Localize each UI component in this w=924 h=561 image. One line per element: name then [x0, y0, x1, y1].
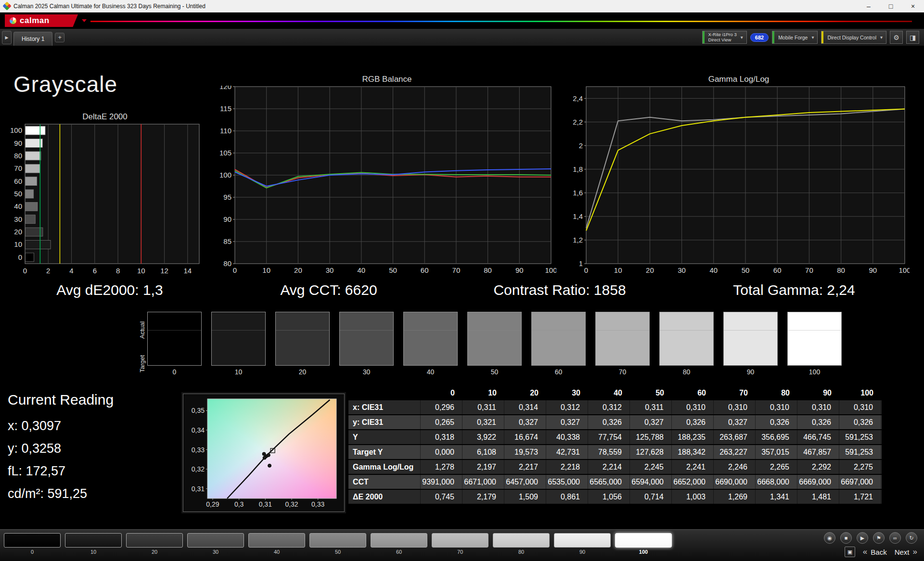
pattern-patch-10[interactable]: 10 — [65, 533, 122, 555]
pattern-patch-80[interactable]: 80 — [493, 533, 550, 555]
play-button[interactable]: ▶ — [857, 532, 868, 544]
calman-pinwheel-icon — [10, 17, 16, 24]
pattern-patch-50[interactable]: 50 — [309, 533, 366, 555]
table-cell: 0,326 — [588, 415, 630, 429]
pattern-patch-90[interactable]: 90 — [554, 533, 611, 555]
swatch-level-label: 50 — [467, 368, 522, 376]
table-row: ΔE 20000,7452,1791,5090,8611,0560,7141,0… — [348, 490, 882, 504]
table-cell: 2,275 — [839, 460, 881, 474]
maximize-button[interactable]: □ — [880, 0, 902, 12]
measurement-point — [263, 456, 266, 459]
grayscale-swatch-column: 90 — [723, 312, 778, 376]
axis-tick-label: 2,4 — [573, 94, 583, 102]
layout-panel-button[interactable]: ◨ — [906, 31, 919, 44]
display-control-select[interactable]: Direct Display Control ▾ — [821, 31, 886, 44]
table-cell: 1,481 — [797, 490, 839, 504]
display-accent-bar — [821, 31, 823, 43]
reading-fl: fL: 172,57 — [8, 464, 114, 486]
target-row-label: Target — [139, 355, 146, 372]
table-cell: 2,218 — [546, 460, 588, 474]
meter-select[interactable]: X-Rite i1Pro 3 Direct View ▾ — [702, 31, 747, 44]
measurement-point — [268, 464, 271, 467]
axis-tick-label: 80 — [484, 266, 492, 274]
next-icon: » — [913, 547, 917, 557]
continuous-read-button[interactable]: ∞ — [889, 532, 901, 544]
table-cell: 6,108 — [462, 445, 504, 459]
pattern-patch-20[interactable]: 20 — [126, 533, 183, 555]
deltae-bar — [26, 164, 40, 173]
pattern-patch-60[interactable]: 60 — [371, 533, 427, 555]
swatch-level-label: 100 — [787, 368, 842, 376]
table-cell: 263,687 — [714, 430, 756, 444]
axis-tick-label: 1,6 — [573, 189, 583, 197]
axis-tick-label: 70 — [14, 164, 22, 172]
table-column-header: 60 — [672, 387, 714, 399]
table-cell: 2,179 — [462, 490, 504, 504]
axis-tick-label: 40 — [357, 266, 365, 274]
deltae-bar — [26, 177, 37, 186]
pattern-patch-30[interactable]: 30 — [187, 533, 244, 555]
axis-tick-label: 90 — [223, 215, 231, 223]
display-control-label: Direct Display Control — [827, 35, 876, 40]
table-cell: 1,269 — [714, 490, 756, 504]
grayscale-swatch-30 — [339, 312, 394, 366]
tab-history-1[interactable]: History 1 — [13, 32, 52, 46]
table-cell: 1,509 — [504, 490, 546, 504]
grayscale-swatch-50 — [467, 312, 522, 366]
back-button[interactable]: « Back — [863, 547, 887, 557]
next-button[interactable]: Next » — [895, 547, 917, 557]
capture-controls-row: ◉ ■ ▶ ⚑ ∞ ↻ — [824, 532, 917, 544]
settings-gear-button[interactable]: ⚙ — [890, 31, 903, 44]
minimize-button[interactable]: – — [858, 0, 880, 12]
table-cell: 2,265 — [756, 460, 797, 474]
axis-tick-label: 2 — [579, 141, 583, 150]
axis-tick-label: 50 — [389, 266, 397, 274]
table-row-label: Gamma Log/Log — [348, 460, 421, 474]
table-cell: 0,327 — [504, 415, 546, 429]
toolbar-right-group: X-Rite i1Pro 3 Direct View ▾ 682 Mobile … — [702, 31, 919, 44]
axis-tick-label: 90 — [515, 266, 524, 274]
sidebar-toggle-button[interactable]: ▶ — [2, 31, 12, 44]
grayscale-swatch-0 — [147, 312, 202, 366]
axis-tick-label: 0,31 — [192, 485, 205, 493]
table-cell: 1,278 — [421, 460, 462, 474]
grayscale-swatch-column: 80 — [659, 312, 714, 376]
pattern-patch-100[interactable]: 100 — [615, 533, 672, 555]
pattern-patch-40[interactable]: 40 — [248, 533, 305, 555]
table-cell: 2,245 — [630, 460, 672, 474]
pattern-patch-70[interactable]: 70 — [432, 533, 488, 555]
source-select[interactable]: Mobile Forge ▾ — [772, 31, 818, 44]
table-cell: 1,056 — [588, 490, 630, 504]
table-cell: 0,296 — [421, 400, 462, 414]
table-cell: 1,721 — [839, 490, 881, 504]
logo-menu-caret-icon[interactable] — [82, 19, 87, 22]
grayscale-swatch-70 — [595, 312, 650, 366]
pattern-patch-row: 0102030405060708090100 — [4, 533, 672, 555]
table-cell: 9391,000 — [421, 475, 462, 489]
flag-button[interactable]: ⚑ — [873, 532, 885, 544]
table-cell: 127,628 — [630, 445, 672, 459]
axis-tick-label: 1,4 — [573, 212, 583, 220]
table-cell: 188,235 — [672, 430, 714, 444]
axis-tick-label: 70 — [452, 266, 461, 274]
add-tab-button[interactable]: + — [55, 33, 64, 42]
actual-target-seam — [404, 330, 457, 331]
pattern-patch-0[interactable]: 0 — [4, 533, 61, 555]
table-cell: 0,310 — [714, 400, 756, 414]
refresh-button[interactable]: ↻ — [906, 532, 917, 544]
meter-count-badge[interactable]: 682 — [750, 33, 769, 42]
meter-label-line1: X-Rite i1Pro 3 — [708, 32, 737, 38]
axis-tick-label: 14 — [184, 267, 192, 275]
calman-logo[interactable]: calman — [5, 14, 78, 27]
axis-tick-label: 2 — [46, 267, 50, 275]
window-title: Calman 2025 Calman Ultimate for Business… — [13, 3, 205, 10]
table-cell: 0,714 — [630, 490, 672, 504]
stop-button[interactable]: ■ — [840, 532, 852, 544]
capture-button[interactable]: ◉ — [824, 532, 835, 544]
deltae-plot: 100908070605040302010002468101214 — [6, 123, 204, 276]
table-cell: 188,342 — [672, 445, 714, 459]
close-button[interactable]: × — [902, 0, 924, 12]
pattern-window-button[interactable]: ▣ — [845, 547, 855, 557]
back-label: Back — [871, 548, 886, 556]
table-row-label: ΔE 2000 — [348, 490, 421, 504]
